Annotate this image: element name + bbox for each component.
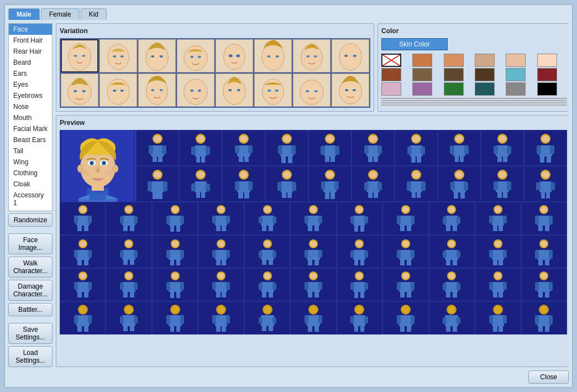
svg-rect-113	[325, 155, 329, 162]
swatch-6[interactable]	[381, 68, 401, 81]
svg-rect-253	[262, 224, 266, 231]
variation-cell-10[interactable]	[138, 74, 176, 107]
svg-point-26	[306, 55, 310, 58]
svg-rect-505	[400, 325, 405, 332]
variation-cell-14[interactable]	[293, 74, 331, 107]
variation-cell-1[interactable]	[99, 39, 137, 72]
variation-cell-9[interactable]	[99, 74, 137, 107]
swatch-4[interactable]	[506, 54, 526, 67]
skin-color-button[interactable]: Skin Color	[381, 38, 448, 50]
swatch-7[interactable]	[412, 68, 432, 81]
svg-point-88	[197, 135, 204, 142]
face-image-button[interactable]: Face Image...	[8, 233, 53, 254]
svg-point-207	[499, 171, 506, 178]
svg-point-144	[542, 135, 549, 142]
variation-cell-6[interactable]	[293, 39, 331, 72]
walk-character-button[interactable]: Walk Character...	[8, 257, 53, 278]
variation-cell-2[interactable]	[138, 39, 176, 72]
svg-point-438	[495, 273, 501, 279]
swatch-11[interactable]	[537, 68, 557, 81]
color-custom-row-1[interactable]	[381, 98, 567, 99]
svg-point-312	[172, 241, 179, 247]
variation-cell-0[interactable]	[61, 39, 98, 72]
swatch-8[interactable]	[444, 68, 464, 81]
svg-rect-294	[549, 216, 553, 224]
svg-rect-273	[411, 216, 415, 224]
svg-rect-390	[169, 282, 182, 292]
tab-male[interactable]: Male	[8, 8, 40, 20]
category-accessory1[interactable]: Accessory 1	[9, 190, 52, 208]
category-nose[interactable]: Nose	[9, 101, 52, 112]
svg-rect-93	[201, 155, 205, 163]
svg-rect-152	[151, 181, 164, 192]
variation-cell-15[interactable]	[332, 74, 369, 107]
svg-rect-161	[206, 184, 210, 191]
category-facial-mark[interactable]: Facial Mark	[9, 123, 52, 134]
category-mouth[interactable]: Mouth	[9, 112, 52, 123]
color-custom-row-3[interactable]	[381, 102, 567, 103]
category-face[interactable]: Face	[9, 24, 52, 35]
svg-rect-84	[162, 145, 166, 154]
category-tail[interactable]: Tail	[9, 145, 52, 156]
tab-female[interactable]: Female	[41, 8, 80, 20]
category-accessory2[interactable]: Accessory 2	[9, 208, 52, 211]
sprite-d3	[198, 268, 244, 301]
variation-cell-3[interactable]	[177, 39, 214, 72]
close-button[interactable]: Close	[528, 370, 569, 384]
color-custom-row-2[interactable]	[381, 100, 567, 101]
swatch-12[interactable]	[381, 82, 401, 96]
svg-rect-306	[122, 250, 135, 260]
left-buttons: Randomize Face Image... Walk Character..…	[8, 213, 53, 367]
svg-rect-397	[215, 282, 227, 292]
category-rear-hair[interactable]: Rear Hair	[9, 46, 52, 57]
category-beast-ears[interactable]: Beast Ears	[9, 134, 52, 145]
svg-rect-519	[493, 325, 497, 332]
category-wing[interactable]: Wing	[9, 156, 52, 168]
swatch-15[interactable]	[475, 82, 495, 96]
color-custom-row-4[interactable]	[381, 104, 567, 106]
swatch-13[interactable]	[412, 82, 432, 96]
category-beard[interactable]: Beard	[9, 57, 52, 68]
variation-cell-7[interactable]	[332, 39, 369, 72]
swatch-17[interactable]	[537, 82, 557, 96]
svg-rect-126	[421, 147, 425, 154]
tab-kid[interactable]: Kid	[81, 8, 107, 20]
damage-character-button[interactable]: Damage Character...	[8, 280, 53, 301]
swatch-2[interactable]	[444, 54, 464, 67]
sprite-d6	[337, 268, 382, 301]
category-front-hair[interactable]: Front Hair	[9, 35, 52, 46]
svg-point-424	[402, 273, 409, 279]
variation-cell-8[interactable]	[61, 74, 98, 107]
svg-point-242	[218, 207, 224, 213]
swatch-3[interactable]	[475, 54, 495, 67]
category-eyebrows[interactable]: Eyebrows	[9, 90, 52, 101]
battler-button[interactable]: Battler...	[8, 303, 53, 316]
category-clothing[interactable]: Clothing	[9, 168, 52, 179]
swatch-1[interactable]	[412, 54, 432, 67]
variation-cell-4[interactable]	[216, 39, 253, 72]
main-window: Male Female Kid Face Front Hair Rear Hai…	[4, 4, 573, 388]
category-ears[interactable]: Ears	[9, 68, 52, 79]
randomize-button[interactable]: Randomize	[8, 213, 53, 227]
category-cloak[interactable]: Cloak	[9, 179, 52, 190]
variation-cell-13[interactable]	[254, 74, 292, 107]
svg-rect-169	[238, 191, 243, 198]
svg-rect-182	[334, 181, 339, 190]
swatch-5[interactable]	[537, 54, 557, 67]
save-settings-button[interactable]: Save Settings...	[8, 323, 53, 344]
variation-cell-5[interactable]	[254, 39, 292, 72]
svg-rect-177	[287, 191, 292, 198]
swatch-10[interactable]	[506, 68, 526, 81]
load-settings-button[interactable]: Load Settings...	[8, 346, 53, 367]
swatch-9[interactable]	[475, 68, 495, 81]
svg-point-452	[79, 306, 87, 313]
svg-point-375	[80, 273, 86, 279]
svg-rect-261	[314, 224, 319, 231]
swatch-16[interactable]	[506, 82, 526, 96]
variation-cell-11[interactable]	[177, 74, 214, 107]
variation-cell-12[interactable]	[216, 74, 253, 107]
swatch-0[interactable]	[381, 54, 401, 67]
category-eyes[interactable]: Eyes	[9, 79, 52, 90]
svg-rect-321	[212, 250, 216, 258]
swatch-14[interactable]	[444, 82, 464, 96]
